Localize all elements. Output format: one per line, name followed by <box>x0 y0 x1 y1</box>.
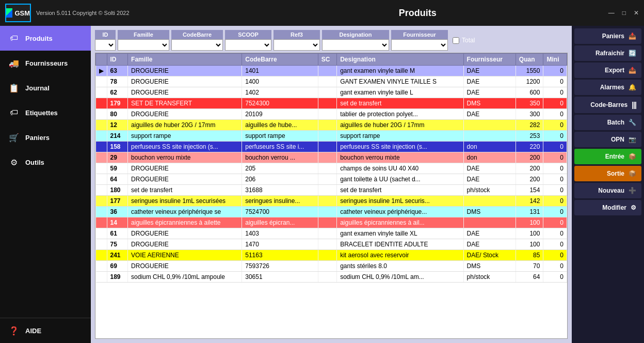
filter-fournisseur-select[interactable] <box>391 39 448 51</box>
modifier-label: Modifier <box>602 204 626 211</box>
table-row[interactable]: 36catheter veineux périphérique se752470… <box>96 207 567 217</box>
filter-id-select[interactable] <box>95 39 116 51</box>
table-row[interactable]: 189sodium CHL 0,9% /10mL ampoule30651sod… <box>96 272 567 283</box>
filter-ref3-select[interactable] <box>273 39 320 51</box>
table-row[interactable]: 69DROGUERIE7593726gants stériles 8.0DMS7… <box>96 261 567 272</box>
table-row[interactable]: 177seringues insuline 1mL securiséesseri… <box>96 196 567 207</box>
sidebar-item-paniers[interactable]: 🛒 Paniers <box>0 125 91 150</box>
table-row[interactable]: 78DROGUERIE1400GANT EXAMEN VINYLE TAILLE… <box>96 76 567 87</box>
row-codebarre-cell: support rampe <box>242 131 318 142</box>
sortie-icon: 📦 <box>629 170 636 177</box>
rafraichir-button[interactable]: Rafraichir 🔄 <box>574 45 641 61</box>
sortie-button[interactable]: Sortie 📦 <box>574 166 641 181</box>
row-designation-cell: gant examen vinyle taille M <box>337 66 463 76</box>
alarmes-button[interactable]: Alarmes 🔔 <box>574 80 641 95</box>
table-row[interactable]: 12aiguilles de huber 20G / 17mmaiguilles… <box>96 120 567 131</box>
table-row[interactable]: 29bouchon verrou mixtebouchon verrou ...… <box>96 152 567 163</box>
filter-scoop-select[interactable] <box>225 39 271 51</box>
row-indicator-cell <box>96 131 107 142</box>
table-row[interactable]: 62DROGUERIE1402gant examen vinyle taille… <box>96 87 567 98</box>
nouveau-button[interactable]: Nouveau ➕ <box>574 183 641 198</box>
opn-button[interactable]: OPN 📷 <box>574 132 641 147</box>
table-row[interactable]: 80DROGUERIE20109tablier de protection po… <box>96 109 567 120</box>
row-codebarre-cell: 1401 <box>242 66 318 76</box>
filter-fournisseur-group: Fournisseur <box>391 30 448 51</box>
sidebar-item-outils[interactable]: ⚙ Outils <box>0 150 91 175</box>
row-mini-cell: 0 <box>543 250 567 261</box>
table-row[interactable]: 241VOIE AERIENNE51163kit aerosol avec re… <box>96 250 567 261</box>
row-codebarre-cell: 7524700 <box>242 207 318 217</box>
filter-codebarre-select[interactable] <box>171 39 223 51</box>
sidebar-item-fournisseurs[interactable]: 🚚 Fournisseurs <box>0 51 91 75</box>
row-id-cell: 78 <box>107 76 128 87</box>
row-famille-cell: DROGUERIE <box>128 239 242 250</box>
row-fournisseur-cell: DAE <box>463 87 516 98</box>
row-quan-cell: 85 <box>516 250 543 261</box>
row-indicator-cell <box>96 239 107 250</box>
row-fournisseur-cell <box>463 196 516 207</box>
total-checkbox[interactable] <box>453 37 459 44</box>
row-fournisseur-cell: don <box>463 152 516 163</box>
sidebar-item-etiquettes[interactable]: 🏷 Etiquettes <box>0 100 91 125</box>
filter-famille-select[interactable] <box>118 39 169 51</box>
row-codebarre-cell: 51163 <box>242 250 318 261</box>
row-sc-cell <box>318 272 336 283</box>
row-codebarre-cell: 205 <box>242 163 318 174</box>
code-barres-button[interactable]: Code-Barres ||| <box>574 97 641 113</box>
products-table-container[interactable]: ID Famille CodeBarre SC Designation Four… <box>95 53 568 339</box>
row-mini-cell: 0 <box>543 239 567 250</box>
filter-codebarre-label: CodeBarre <box>171 30 223 39</box>
row-quan-cell: 100 <box>516 228 543 239</box>
aide-icon: ❓ <box>8 324 20 337</box>
table-row[interactable]: 75DROGUERIE1470BRACELET IDENTITE ADULTED… <box>96 239 567 250</box>
filter-famille-label: Famille <box>118 30 169 39</box>
batch-button[interactable]: Batch 🔧 <box>574 115 641 130</box>
row-designation-cell: GANT EXAMEN VINYLE TAILLE S <box>337 76 463 87</box>
row-designation-cell: gant examen vinyle taille XL <box>337 228 463 239</box>
row-codebarre-cell: 30651 <box>242 272 318 283</box>
col-fournisseur: Fournisseur <box>463 54 516 66</box>
table-row[interactable]: ▶63DROGUERIE1401gant examen vinyle taill… <box>96 66 567 76</box>
sidebar-item-aide[interactable]: ❓ AIDE <box>0 318 91 343</box>
products-table: ID Famille CodeBarre SC Designation Four… <box>95 53 567 283</box>
row-id-cell: 63 <box>107 66 128 76</box>
row-quan-cell: 100 <box>516 217 543 228</box>
row-famille-cell: sodium CHL 0,9% /10mL ampoule <box>128 272 242 283</box>
row-fournisseur-cell: don <box>463 142 516 152</box>
table-row[interactable]: 179SET DE TRANSFERT7524300set de transfe… <box>96 98 567 109</box>
sidebar-item-produits[interactable]: 🏷 Produits <box>0 26 91 51</box>
paniers-button[interactable]: Paniers 📥 <box>574 28 641 44</box>
row-famille-cell: catheter veineux périphérique se <box>128 207 242 217</box>
row-indicator-cell <box>96 217 107 228</box>
sidebar-item-journal[interactable]: 📋 Journal <box>0 75 91 100</box>
row-famille-cell: aiguilles épicranniennes à ailette <box>128 217 242 228</box>
row-indicator-cell <box>96 109 107 120</box>
export-button[interactable]: Export 📤 <box>574 63 641 78</box>
filter-designation-select[interactable] <box>322 39 389 51</box>
table-row[interactable]: 158perfuseurs SS site injection (s...per… <box>96 142 567 152</box>
table-row[interactable]: 214support rampesupport rampesupport ram… <box>96 131 567 142</box>
filter-scoop-label: SCOOP <box>225 30 271 39</box>
table-body: ▶63DROGUERIE1401gant examen vinyle taill… <box>96 66 567 283</box>
filter-id-label: ID <box>95 30 116 39</box>
batch-icon: 🔧 <box>629 119 636 126</box>
close-button[interactable]: ✕ <box>634 9 639 17</box>
row-sc-cell <box>318 109 336 120</box>
maximize-button[interactable]: □ <box>622 9 626 17</box>
minimize-button[interactable]: — <box>608 9 615 17</box>
row-mini-cell: 0 <box>543 142 567 152</box>
table-row[interactable]: 59DROGUERIE205champs de soins UU 40 X40D… <box>96 163 567 174</box>
row-designation-cell: aiguilles épicranniennes à ail... <box>337 217 463 228</box>
modifier-button[interactable]: Modifier ⚙ <box>574 200 641 215</box>
entree-button[interactable]: Entrée 📦 <box>574 149 641 164</box>
table-row[interactable]: 14aiguilles épicranniennes à ailetteaigu… <box>96 217 567 228</box>
row-designation-cell: gant examen vinyle taille L <box>337 87 463 98</box>
table-row[interactable]: 64DROGUERIE206gant toilette à UU (sachet… <box>96 174 567 185</box>
row-mini-cell: 0 <box>543 272 567 283</box>
table-row[interactable]: 180set de transfert31688set de transfert… <box>96 185 567 196</box>
rafraichir-icon: 🔄 <box>629 50 636 57</box>
row-fournisseur-cell <box>463 217 516 228</box>
row-quan-cell: 220 <box>516 142 543 152</box>
row-mini-cell: 0 <box>543 185 567 196</box>
table-row[interactable]: 61DROGUERIE1403gant examen vinyle taille… <box>96 228 567 239</box>
